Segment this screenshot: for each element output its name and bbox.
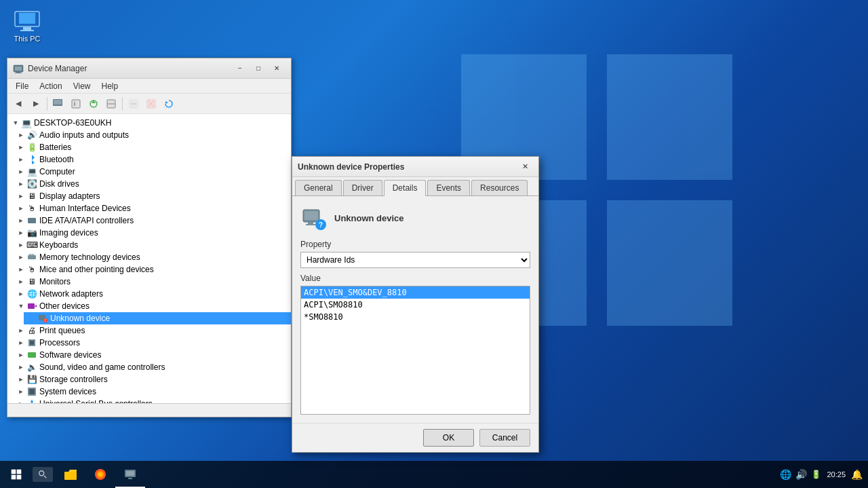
- toggle[interactable]: ►: [16, 386, 26, 397]
- tree-item-network[interactable]: ► 🌐 Network adapters: [13, 288, 291, 300]
- toggle[interactable]: ►: [16, 337, 26, 348]
- toggle[interactable]: ►: [16, 130, 26, 140]
- tree-item-system[interactable]: ► System devices: [13, 386, 291, 398]
- toggle[interactable]: ►: [16, 398, 26, 403]
- toggle[interactable]: ►: [16, 215, 26, 226]
- toolbar-remove-button[interactable]: [143, 96, 159, 112]
- maximize-button[interactable]: □: [250, 61, 267, 76]
- toolbar-forward-button[interactable]: ▶: [28, 96, 44, 112]
- tree-item-disk[interactable]: ► 💽 Disk drives: [13, 178, 291, 190]
- menu-file[interactable]: File: [10, 80, 34, 92]
- this-pc-icon[interactable]: This PC: [14, 10, 41, 43]
- tree-item-ide[interactable]: ► IDE ATA/ATAPI controllers: [13, 214, 291, 227]
- value-list[interactable]: ACPI\VEN_SMO&DEV_8810 ACPI\SMO8810 *SMO8…: [300, 286, 530, 415]
- notification-icon[interactable]: 🔔: [851, 469, 863, 480]
- taskbar-browser[interactable]: [85, 461, 115, 488]
- toolbar-disable-button[interactable]: [125, 96, 142, 112]
- toggle[interactable]: ►: [16, 179, 26, 189]
- tree-item-print[interactable]: ► 🖨 Print queues: [13, 324, 291, 337]
- taskbar-apps: [56, 461, 145, 488]
- tree-item-processors[interactable]: ► Processors: [13, 337, 291, 349]
- svg-rect-46: [17, 470, 22, 474]
- network-tray-icon[interactable]: 🌐: [780, 469, 791, 480]
- storage-label: Storage controllers: [39, 375, 108, 384]
- toggle[interactable]: ►: [16, 362, 26, 373]
- tree-item-memory[interactable]: ► Memory technology devices: [13, 251, 291, 263]
- menu-help[interactable]: Help: [96, 80, 124, 92]
- tab-details[interactable]: Details: [384, 180, 427, 196]
- tree-item-usb[interactable]: ► Universal Serial Bus controllers: [13, 398, 291, 403]
- toggle[interactable]: ►: [16, 350, 26, 360]
- start-button[interactable]: [0, 461, 33, 488]
- volume-icon[interactable]: 🔊: [795, 469, 807, 480]
- desktop: This PC Device Manager − □ ✕ File Action…: [0, 0, 868, 488]
- tree-item-imaging[interactable]: ► 📷 Imaging devices: [13, 227, 291, 239]
- toolbar-refresh-button[interactable]: [161, 96, 177, 112]
- toggle[interactable]: ►: [16, 227, 26, 238]
- clock-time: 20:25: [827, 470, 846, 479]
- tree-item-other[interactable]: ▼ Other devices: [13, 300, 291, 312]
- tree-item-storage[interactable]: ► 💾 Storage controllers: [13, 373, 291, 386]
- menu-view[interactable]: View: [68, 80, 96, 92]
- close-button[interactable]: ✕: [268, 61, 285, 76]
- taskbar-device-manager[interactable]: [115, 461, 145, 488]
- tree-item-keyboards[interactable]: ► ⌨ Keyboards: [13, 239, 291, 251]
- toggle[interactable]: ►: [16, 276, 26, 287]
- toggle[interactable]: ►: [16, 264, 26, 275]
- property-dropdown[interactable]: Hardware Ids: [300, 252, 530, 268]
- tree-item-bluetooth[interactable]: ► Bluetooth: [13, 153, 291, 166]
- tree-item-monitors[interactable]: ► 🖥 Monitors: [13, 276, 291, 288]
- toggle[interactable]: ►: [16, 325, 26, 336]
- toggle[interactable]: ►: [16, 191, 26, 202]
- tree-item-hid[interactable]: ► 🖱 Human Interface Devices: [13, 202, 291, 214]
- dialog-titlebar: Unknown device Properties ✕: [292, 157, 538, 177]
- tab-events[interactable]: Events: [427, 180, 470, 195]
- minimize-button[interactable]: −: [231, 61, 249, 76]
- svg-point-54: [98, 472, 102, 476]
- tree-item-computer[interactable]: ► 💻 Computer: [13, 166, 291, 178]
- toggle[interactable]: ►: [16, 166, 26, 177]
- toggle[interactable]: ▼: [16, 301, 26, 312]
- toolbar-props-button[interactable]: i: [68, 96, 84, 112]
- tab-driver[interactable]: Driver: [343, 180, 382, 195]
- tab-general[interactable]: General: [295, 180, 342, 195]
- monitors-label: Monitors: [39, 277, 71, 286]
- toolbar-computer-button[interactable]: [50, 96, 66, 112]
- print-icon: 🖨: [26, 325, 37, 336]
- value-item-0[interactable]: ACPI\VEN_SMO&DEV_8810: [301, 286, 530, 299]
- dialog-close-button[interactable]: ✕: [517, 160, 533, 174]
- device-tree[interactable]: ▼ 💻 DESKTOP-63E0UKH ► 🔊 Audio inputs and…: [7, 114, 291, 403]
- toggle[interactable]: ►: [16, 154, 26, 165]
- menu-action[interactable]: Action: [34, 80, 67, 92]
- toolbar-back-button[interactable]: ◀: [10, 96, 26, 112]
- tree-item-mice[interactable]: ► 🖱 Mice and other pointing devices: [13, 263, 291, 276]
- cancel-button[interactable]: Cancel: [479, 429, 530, 447]
- toolbar-scan-button[interactable]: [103, 96, 119, 112]
- value-item-2[interactable]: *SMO8810: [301, 311, 530, 323]
- ok-button[interactable]: OK: [423, 429, 474, 447]
- clock[interactable]: 20:25: [827, 470, 846, 479]
- tree-root[interactable]: ▼ 💻 DESKTOP-63E0UKH: [7, 117, 291, 129]
- battery-icon[interactable]: 🔋: [811, 470, 821, 479]
- tree-item-sound[interactable]: ► 🔈 Sound, video and game controllers: [13, 361, 291, 373]
- tree-item-audio[interactable]: ► 🔊 Audio inputs and outputs: [13, 129, 291, 141]
- tree-item-unknown[interactable]: ! Unknown device: [24, 312, 291, 324]
- tree-item-batteries[interactable]: ► 🔋 Batteries: [13, 141, 291, 153]
- toggle[interactable]: ►: [16, 240, 26, 250]
- tree-item-software[interactable]: ► Software devices: [13, 349, 291, 361]
- toggle[interactable]: ►: [16, 203, 26, 214]
- taskbar-file-explorer[interactable]: [56, 461, 85, 488]
- tree-item-display[interactable]: ► 🖥 Display adapters: [13, 190, 291, 202]
- toggle[interactable]: ►: [16, 288, 26, 299]
- search-button[interactable]: [33, 467, 53, 482]
- svg-rect-48: [17, 475, 22, 480]
- toggle[interactable]: ►: [16, 252, 26, 263]
- svg-rect-3: [20, 30, 34, 31]
- tab-resources[interactable]: Resources: [471, 180, 528, 195]
- value-item-1[interactable]: ACPI\SMO8810: [301, 299, 530, 311]
- root-toggle[interactable]: ▼: [10, 117, 21, 128]
- toggle[interactable]: ►: [16, 142, 26, 153]
- svg-rect-42: [306, 224, 315, 225]
- toggle[interactable]: ►: [16, 374, 26, 385]
- toolbar-update-button[interactable]: [85, 96, 102, 112]
